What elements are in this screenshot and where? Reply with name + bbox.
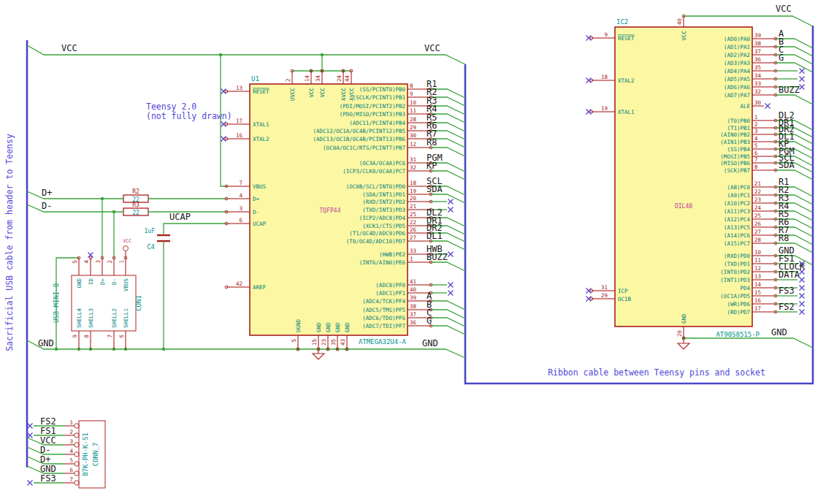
no-connect-icon: [800, 85, 805, 90]
note-usb-cable: Sacrificial USB cable from header to Tee…: [4, 134, 15, 351]
pin-name: (ADC4/TCK)PF4: [362, 298, 405, 305]
pin-name: (ADC12/OC1A/OC4B/PCINT12)PB5: [313, 128, 405, 134]
pin-number: 44: [344, 75, 351, 82]
pin-name: (A10)PC2: [724, 200, 750, 207]
pin-name: (OC0A/OC1C/RTS/PCINT7)PB7: [323, 145, 405, 151]
pin-name: D-: [111, 278, 118, 285]
pin-number: 7: [69, 476, 73, 483]
pin-name: D+: [99, 278, 106, 286]
pin-name: XTAL2: [253, 136, 269, 142]
pin-number: 1: [69, 419, 73, 426]
no-connect-icon: [800, 286, 805, 291]
pin-name: GND: [316, 322, 322, 332]
pin-name: (MISO)PB6: [720, 160, 750, 167]
schematic-canvas: VCC VCC VCC GND GND GND D+ D- UCAP VCC T…: [0, 0, 826, 504]
pin-name: (ADC11/PCINT4)PB4: [349, 120, 405, 126]
pin-number: 40: [676, 18, 683, 25]
pin-number: 36: [754, 56, 762, 63]
pin-number: 17: [236, 118, 242, 124]
pin-number: 18: [601, 74, 608, 80]
pin-number: 19: [410, 188, 416, 194]
note-teensy-line1: Teensy 2.0: [146, 102, 196, 112]
pin-number: 3: [754, 128, 758, 134]
pin-name: (ADC6/TDO)PF6: [362, 315, 405, 321]
pin-number: 8: [410, 83, 413, 89]
pin-number: 1: [754, 114, 758, 121]
pin-name: SHELL1: [123, 308, 129, 328]
dminus-net-label: D-: [42, 201, 52, 211]
pin-number: 18: [410, 180, 417, 186]
pin-name: (ADC1)PF1: [375, 290, 405, 297]
net-label: FS2: [40, 416, 56, 427]
con1-reference: CON1: [135, 295, 142, 311]
u1-value: ATMEGA32U4-A: [359, 338, 407, 345]
pin-name: (ICP2/ADC8)PD4: [359, 215, 406, 221]
pin-name: XTAL2: [618, 77, 635, 84]
pin-number: 4: [239, 192, 242, 199]
pin-name: SHELL3: [88, 308, 94, 328]
pin-name: (AD2)PA2: [724, 52, 750, 58]
pin-name: VBUS: [253, 183, 267, 190]
no-connect-icon: [448, 199, 454, 205]
pin-name: (INT6/AIN0)PE6: [359, 259, 406, 266]
pin-number: 23: [321, 339, 327, 345]
wire-bus-entry: [431, 310, 465, 318]
no-connect-icon: [800, 69, 805, 74]
pin-number: 30: [410, 132, 417, 139]
no-connect-icon: [800, 278, 805, 283]
connector-pad: [74, 433, 79, 438]
junction-dot: [55, 348, 58, 351]
pin-number: 20: [676, 330, 683, 337]
dplus-net-label: D+: [42, 188, 52, 198]
pin-name: (TXD/INT3)PD3: [362, 207, 405, 213]
pin-number: 34: [315, 75, 321, 82]
pin-name: OC1B: [618, 296, 632, 302]
pin-name: ICP: [618, 288, 628, 294]
pin-number: 4: [754, 135, 758, 142]
pin-number: 5: [291, 339, 297, 343]
pin-name: RESET: [618, 35, 635, 42]
connector-pad: [74, 424, 79, 428]
pin-number: 11: [754, 257, 761, 264]
pin-number: 37: [754, 48, 761, 55]
pin-number: 35: [754, 64, 761, 71]
pin-name: (ADC0)PF0: [375, 282, 405, 289]
pin-number: 20: [410, 195, 417, 202]
pin-name: (RD)PD7: [727, 309, 750, 316]
ucap-net-label: UCAP: [169, 212, 191, 222]
no-connect-icon: [448, 283, 454, 288]
net-label: BUZZ: [779, 85, 800, 95]
pin-number: 33: [410, 248, 416, 254]
note-ribbon-cable: Ribbon cable between Teensy pins and soc…: [548, 367, 765, 378]
u1-reference: U1: [251, 75, 259, 83]
net-label: DL1: [427, 231, 443, 241]
pin-name: (INT0)PD2: [720, 269, 750, 275]
connector-pad: [74, 481, 79, 485]
pin-number: 25: [754, 213, 761, 219]
wire: [27, 45, 465, 64]
pin-number: 27: [754, 229, 761, 235]
junction-dot: [162, 348, 165, 351]
pin-name: PD4: [740, 285, 750, 291]
pin-name: (WR)PD6: [727, 301, 750, 308]
r3-value: 22: [132, 210, 139, 216]
pin-name: RESET: [253, 88, 269, 95]
pin-name: (SCK)PB7: [724, 167, 750, 174]
pin-number: 33: [754, 80, 761, 87]
net-label: FS1: [40, 426, 56, 436]
pin-number: 43: [340, 339, 346, 345]
pin-number: 9: [604, 31, 608, 38]
vcc-net-label: VCC: [424, 43, 440, 53]
pin-number: 15: [754, 289, 761, 296]
pin-name: VBUS: [123, 278, 129, 292]
pin-name: (RXD)PD0: [724, 253, 751, 259]
connector-pad: [74, 471, 79, 476]
pin-name: (SS/PCINT0)PB0: [359, 86, 406, 93]
pin-number: 38: [754, 40, 762, 47]
pin-number: 7: [107, 335, 113, 338]
no-connect-icon: [28, 481, 33, 486]
pin-number: 32: [410, 164, 416, 171]
wire-bus-entry: [776, 95, 813, 104]
connector-pad: [74, 443, 79, 447]
net-label: SDA: [779, 160, 795, 170]
